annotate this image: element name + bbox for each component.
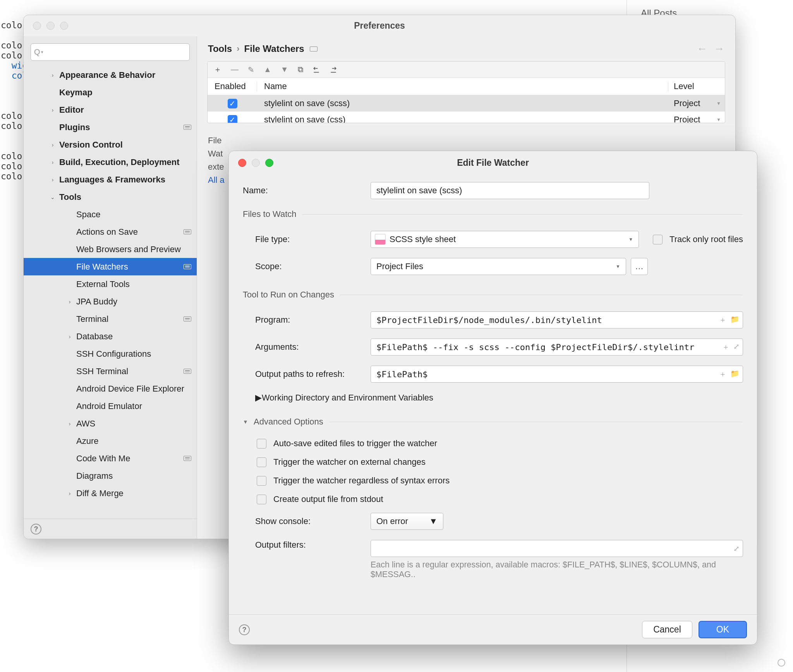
edit-icon[interactable]: ✎ <box>248 65 254 74</box>
checkbox[interactable] <box>257 457 266 467</box>
program-field[interactable]: $ProjectFileDir$/node_modules/.bin/style… <box>371 311 743 328</box>
breadcrumb-item[interactable]: Tools <box>208 43 232 54</box>
import-icon[interactable] <box>312 66 320 74</box>
sidebar-item-label: JPA Buddy <box>76 297 191 307</box>
sidebar-item-languages-frameworks[interactable]: ›Languages & Frameworks <box>24 171 197 188</box>
insert-macro-icon[interactable]: ＋ <box>719 369 726 379</box>
sidebar-item-editor[interactable]: ›Editor <box>24 101 197 119</box>
insert-macro-icon[interactable]: ＋ <box>719 315 726 325</box>
output-filters-label: Output filters: <box>255 540 371 550</box>
output-filters-hint: Each line is a regular expression, avail… <box>371 560 743 579</box>
expand-icon[interactable]: ⤢ <box>733 342 740 352</box>
enabled-checkbox[interactable]: ✓ <box>228 115 237 124</box>
expand-icon[interactable]: ⤢ <box>733 544 740 553</box>
checkbox[interactable] <box>257 495 266 504</box>
sidebar-item-appearance-behavior[interactable]: ›Appearance & Behavior <box>24 66 197 84</box>
add-icon[interactable]: ＋ <box>214 64 221 75</box>
col-name[interactable]: Name <box>257 81 668 91</box>
name-field[interactable]: stylelint on save (scss) <box>371 182 649 199</box>
sidebar-item-code-with-me[interactable]: ›Code With Me <box>24 450 197 467</box>
sidebar-item-jpa-buddy[interactable]: ›JPA Buddy <box>24 293 197 310</box>
table-row[interactable]: ✓ stylelint on save (scss) Project▼ <box>208 95 725 112</box>
filetype-label: File type: <box>255 234 371 244</box>
sidebar-item-aws[interactable]: ›AWS <box>24 415 197 432</box>
sidebar-item-diagrams[interactable]: ›Diagrams <box>24 467 197 485</box>
checkbox-label: Auto-save edited files to trigger the wa… <box>273 438 437 449</box>
scope-browse-button[interactable]: … <box>631 258 648 275</box>
track-root-checkbox[interactable] <box>653 235 663 244</box>
insert-macro-icon[interactable]: ＋ <box>722 342 729 352</box>
sidebar-item-keymap[interactable]: ›Keymap <box>24 84 197 101</box>
sidebar-item-external-tools[interactable]: ›External Tools <box>24 275 197 293</box>
sidebar-item-label: Version Control <box>59 140 191 150</box>
sidebar-item-web-browsers-and-preview[interactable]: ›Web Browsers and Preview <box>24 241 197 258</box>
col-level[interactable]: Level <box>668 81 725 91</box>
level-select[interactable]: Project▼ <box>668 98 725 108</box>
up-icon[interactable]: ▲ <box>264 65 271 74</box>
cancel-button[interactable]: Cancel <box>642 621 692 638</box>
search-input[interactable]: Q▾ <box>31 43 190 61</box>
sidebar-item-actions-on-save[interactable]: ›Actions on Save <box>24 223 197 241</box>
scss-filetype-icon <box>375 234 386 245</box>
level-select[interactable]: Project▼ <box>668 115 725 123</box>
sidebar-item-plugins[interactable]: ›Plugins <box>24 119 197 136</box>
sidebar-item-android-emulator[interactable]: ›Android Emulator <box>24 397 197 415</box>
output-paths-field[interactable]: $FilePath$ ＋📁 <box>371 366 743 383</box>
show-console-select[interactable]: On error▼ <box>371 513 443 530</box>
sidebar-item-ssh-configurations[interactable]: ›SSH Configurations <box>24 345 197 363</box>
sidebar-item-label: Keymap <box>59 88 191 98</box>
sidebar-item-terminal[interactable]: ›Terminal <box>24 310 197 328</box>
edit-file-watcher-dialog: Edit File Watcher Name: stylelint on sav… <box>228 151 757 645</box>
settings-scope-icon <box>184 264 191 269</box>
table-toolbar: ＋ — ✎ ▲ ▼ ⧉ <box>208 62 725 78</box>
settings-scope-icon <box>184 316 191 321</box>
sidebar-item-file-watchers[interactable]: ›File Watchers <box>24 258 197 275</box>
sidebar-item-label: Editor <box>59 105 191 115</box>
back-arrow-icon[interactable]: ← <box>697 43 707 55</box>
col-enabled[interactable]: Enabled <box>208 81 257 91</box>
chevron-icon: › <box>66 490 73 497</box>
output-filters-field[interactable]: ⤢ <box>371 540 743 557</box>
sidebar-item-label: SSH Configurations <box>76 349 191 359</box>
search-dropdown-icon: ▾ <box>41 50 43 55</box>
browse-icon[interactable]: 📁 <box>730 369 740 379</box>
enabled-checkbox[interactable]: ✓ <box>228 99 237 108</box>
sidebar-item-version-control[interactable]: ›Version Control <box>24 136 197 153</box>
chevron-icon: ⌄ <box>49 194 56 200</box>
table-row[interactable]: ✓ stylelint on save (css) Project▼ <box>208 112 725 123</box>
help-icon[interactable]: ? <box>31 524 41 535</box>
sidebar-item-azure[interactable]: ›Azure <box>24 432 197 450</box>
breadcrumb-sep: › <box>237 44 239 54</box>
sidebar-item-ssh-terminal[interactable]: ›SSH Terminal <box>24 363 197 380</box>
checkbox[interactable] <box>257 476 266 486</box>
sidebar-item-android-device-file-explorer[interactable]: ›Android Device File Explorer <box>24 380 197 397</box>
ok-button[interactable]: OK <box>699 621 747 638</box>
sidebar-item-build-execution-deployment[interactable]: ›Build, Execution, Deployment <box>24 153 197 171</box>
help-icon[interactable]: ? <box>239 624 250 635</box>
working-dir-toggle[interactable]: ▶ <box>255 393 262 403</box>
section-working-dir[interactable]: Working Directory and Environment Variab… <box>262 393 433 403</box>
sidebar-item-space[interactable]: ›Space <box>24 206 197 223</box>
advanced-toggle[interactable]: ▼ <box>243 419 251 425</box>
browse-icon[interactable]: 📁 <box>730 315 740 325</box>
sidebar-item-tools[interactable]: ⌄Tools <box>24 188 197 206</box>
scope-select[interactable]: Project Files▼ <box>371 258 626 275</box>
track-root-label: Track only root files <box>669 234 743 244</box>
all-link[interactable]: All a <box>208 175 225 185</box>
sidebar-item-diff-merge[interactable]: ›Diff & Merge <box>24 485 197 502</box>
section-tool: Tool to Run on Changes <box>243 290 334 300</box>
down-icon[interactable]: ▼ <box>281 65 288 74</box>
copy-icon[interactable]: ⧉ <box>298 65 303 74</box>
chevron-icon: › <box>49 72 56 78</box>
export-icon[interactable] <box>330 66 337 74</box>
window-titlebar: Preferences <box>24 15 735 36</box>
forward-arrow-icon[interactable]: → <box>714 43 724 55</box>
sidebar-item-database[interactable]: ›Database <box>24 328 197 345</box>
chevron-icon: › <box>66 421 73 427</box>
chevron-icon: › <box>66 333 73 340</box>
remove-icon[interactable]: — <box>231 65 239 74</box>
sidebar-item-label: Terminal <box>76 314 184 324</box>
filetype-select[interactable]: SCSS style sheet▼ <box>371 231 639 248</box>
checkbox[interactable] <box>257 439 266 449</box>
arguments-field[interactable]: $FilePath$ --fix -s scss --config $Proje… <box>371 339 743 356</box>
